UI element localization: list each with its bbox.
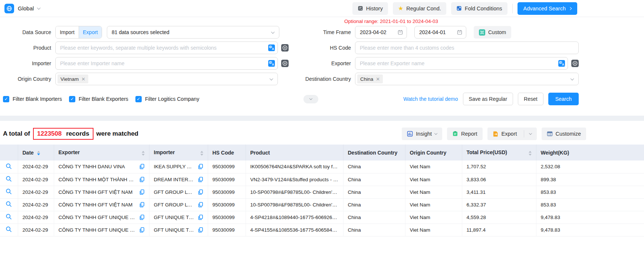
exporter-label: Exporter [300,60,351,66]
sort-icon[interactable] [37,151,40,156]
import-toggle-button[interactable]: Import [56,26,79,38]
translate-icon[interactable]: A [268,60,275,68]
cell-date: 2024-02-29 [18,186,54,198]
exporter-input[interactable] [355,57,568,70]
header-product[interactable]: Product [246,145,343,160]
header-total-price[interactable]: Total Price(USD) [462,145,536,160]
end-date-value: 2024-04-01 [419,29,446,35]
remove-tag-icon[interactable]: ✕ [81,76,85,82]
filter-logitics-company-checkbox[interactable]: ✓ Filter Logitics Company [135,96,199,102]
view-detail-icon[interactable] [6,201,12,207]
sort-icon[interactable] [200,151,203,156]
product-label: Product [3,45,51,51]
topbar: Global History ★ Regular Cond. Fold Cond… [0,0,644,17]
global-scope-selector[interactable]: Global [4,4,40,13]
translate-icon[interactable]: A [268,44,275,52]
match-mode-icon[interactable] [571,60,579,67]
copy-icon[interactable] [139,215,145,220]
table-row[interactable]: 2024-02-29 CÔNG TY TNHH GFT VIỆT NAM GFT… [0,186,644,198]
match-mode-icon[interactable] [281,44,289,52]
table-row[interactable]: 2024-02-29 CÔNG TY TNHH MỘT THÀNH VIÊN D… [0,173,644,186]
checkbox-label: Filter Blank Importers [13,96,62,102]
match-mode-icon[interactable] [281,60,289,67]
header-weight[interactable]: Weight(KG) [536,145,644,160]
cell-weight: 899.38 [536,173,644,186]
cell-product: VN2-3479-V124#&Stuffed products - car [246,173,343,186]
copy-icon[interactable] [198,177,203,182]
chevron-down-icon [529,132,532,135]
search-button[interactable]: Search [548,93,579,105]
cell-product: 10-SP00798#&F98785L00- Children's toy [246,198,343,211]
cell-exporter: CÔNG TY TNHH GFT VIỆT NAM [54,198,149,211]
data-sources-select[interactable]: 81 data sources selected [107,26,279,39]
hs-code-input[interactable] [355,42,579,54]
history-button[interactable]: History [352,2,388,15]
export-toggle-button[interactable]: Export [79,26,102,38]
cell-importer: GFT GROUP LTD/H [149,186,208,198]
copy-icon[interactable] [198,164,203,169]
header-destination-country[interactable]: Destination Country [343,145,405,160]
records-word: records [66,130,89,138]
copy-icon[interactable] [139,202,145,208]
view-detail-icon[interactable] [6,176,12,182]
results-summary: A total of 1223508 records were matched [3,128,138,140]
filter-blank-exporters-checkbox[interactable]: ✓ Filter Blank Exporters [69,96,128,102]
fold-conditions-button[interactable]: Fold Conditions [451,2,507,15]
copy-icon[interactable] [139,189,145,195]
header-importer[interactable]: Importer [149,145,208,160]
origin-country-select[interactable]: Vietnam ✕ [55,73,278,85]
chevron-down-icon [271,30,275,34]
origin-country-label: Origin Country [3,76,51,82]
cell-total-price: 3,833.06 [462,173,536,186]
svg-text:A: A [272,63,274,66]
advanced-search-button[interactable]: Advanced Search [518,2,577,15]
cell-total-price: 11,897.4 [462,223,536,236]
copy-icon[interactable] [198,215,203,220]
start-date-picker[interactable]: 2023-04-02 [355,26,407,39]
save-as-regular-button[interactable]: Save as Regular [463,93,513,105]
collapse-panel-button[interactable] [303,95,318,103]
sort-icon[interactable] [529,151,532,156]
star-icon: ★ [398,6,403,11]
importer-input[interactable] [55,57,278,70]
product-input[interactable] [55,42,278,54]
copy-icon[interactable] [139,177,145,182]
table-row[interactable]: 2024-02-29 CÔNG TY TNHH DANU VINA IKEA S… [0,160,644,173]
calendar-icon [398,30,403,35]
reset-button[interactable]: Reset [518,93,543,105]
view-detail-icon[interactable] [6,213,12,220]
command-icon [479,29,485,36]
export-button[interactable]: Export [487,128,537,140]
header-exporter[interactable]: Exporter [54,145,149,160]
header-date[interactable]: Date [18,145,54,160]
filter-blank-importers-checkbox[interactable]: ✓ Filter Blank Importers [3,96,62,102]
header-hs-code[interactable]: HS Code [208,145,246,160]
regular-cond-button[interactable]: ★ Regular Cond. [393,2,446,15]
tutorial-demo-link[interactable]: Watch the tutorial demo [403,96,458,102]
header-origin-country[interactable]: Origin Country [405,145,462,160]
customize-icon [547,131,553,137]
history-icon [358,6,363,11]
copy-icon[interactable] [198,189,203,195]
table-row[interactable]: 2024-02-29 CÔNG TY TNHH GFT UNIQUE VIỆT … [0,211,644,223]
custom-timeframe-button[interactable]: Custom [474,26,511,39]
view-detail-icon[interactable] [6,226,12,232]
copy-icon[interactable] [198,227,203,233]
view-detail-icon[interactable] [6,188,12,195]
remove-tag-icon[interactable]: ✕ [376,76,380,82]
table-row[interactable]: 2024-02-29 CÔNG TY TNHH GFT UNIQUE VIỆT … [0,223,644,236]
chevron-down-icon [434,132,437,135]
customize-button[interactable]: Customize [542,128,586,140]
view-detail-icon[interactable] [6,163,12,169]
copy-icon[interactable] [198,202,203,208]
table-row[interactable]: 2024-02-29 CÔNG TY TNHH GFT VIỆT NAM GFT… [0,198,644,211]
destination-country-select[interactable]: China ✕ [355,73,579,85]
copy-icon[interactable] [139,227,145,233]
insight-button[interactable]: Insight [402,128,442,140]
sort-icon[interactable] [142,151,145,156]
cell-hs-code: 95030099 [208,211,246,223]
translate-icon[interactable]: A [558,60,565,68]
report-button[interactable]: Report [447,128,483,140]
end-date-picker[interactable]: 2024-04-01 [414,26,466,39]
copy-icon[interactable] [139,164,145,169]
